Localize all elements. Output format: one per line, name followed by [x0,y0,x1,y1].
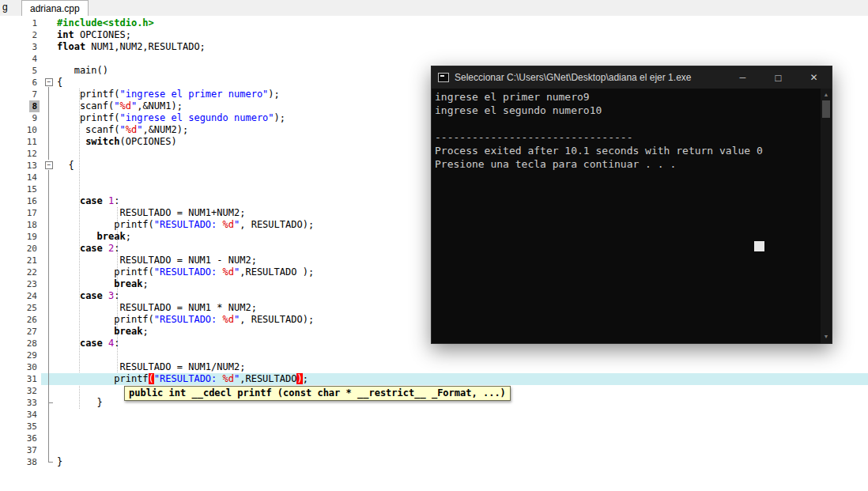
editor-row[interactable]: 38} [0,456,868,468]
code-token: : [114,195,119,206]
code-line: case 2: [57,243,868,255]
fold-margin [41,243,57,255]
fold-margin [41,183,57,195]
editor-row[interactable]: 25 RESULTADO = NUM1 * NUM2; [0,302,868,314]
fold-margin [41,41,57,53]
editor-row[interactable]: 17 RESULTADO = NUM1+NUM2; [0,207,868,219]
tab-adriana-cpp[interactable]: adriana.cpp [21,0,89,16]
editor-row[interactable]: 16 case 1: [0,195,868,207]
line-number: 19 [0,231,41,243]
line-number: 30 [0,361,41,373]
editor-row[interactable]: 5 main() [0,65,868,77]
code-token: : [114,243,119,254]
editor-row[interactable]: 20 case 2: [0,243,868,255]
code-token: "ingrese el segundo numero" [119,112,274,123]
editor-row[interactable]: 31 printf("RESULTADO: %d",RESULTADO); [0,373,868,385]
editor-row[interactable]: 12 [0,148,868,160]
code-token: printf( [57,112,119,123]
code-token: printf [57,373,149,384]
fold-toggle[interactable]: − [41,77,57,89]
code-token: "RESULTADO: [154,314,223,325]
editor-row[interactable]: 29 [0,349,868,361]
editor-row[interactable]: 15 [0,183,868,195]
fold-toggle[interactable]: − [41,160,57,172]
editor-row[interactable]: 14 [0,172,868,183]
editor-row[interactable]: 19 break; [0,231,868,243]
editor-row[interactable]: 6−{ [0,77,868,89]
editor-row[interactable]: 1#include<stdio.h> [0,17,868,29]
editor-row[interactable]: 11 switch(OPCIONES) [0,136,868,148]
fold-margin [41,444,57,456]
code-editor[interactable]: 1#include<stdio.h>2int OPCIONES;3float N… [0,16,868,491]
fold-margin [41,278,57,290]
code-token [103,338,108,349]
editor-row[interactable]: 22 printf("RESULTADO: %d",RESULTADO ); [0,266,868,278]
editor-row[interactable]: 10 scanf("%d",&NUM2); [0,124,868,136]
editor-row[interactable]: 4 [0,53,868,65]
editor-row[interactable]: 35 [0,421,868,432]
editor-row[interactable]: 28 case 4: [0,338,868,349]
line-number-text: 33 [25,397,40,409]
editor-row[interactable]: 7 printf("ingrese el primer numero"); [0,89,868,100]
line-number-text: 23 [25,278,40,290]
line-number: 3 [0,41,41,53]
editor-row[interactable]: 21 RESULTADO = NUM1 - NUM2; [0,255,868,266]
line-number: 12 [0,148,41,160]
code-token: " [119,124,125,135]
line-number: 21 [0,255,41,266]
code-token: (OPCIONES) [119,136,176,147]
editor-row[interactable]: 3float NUM1,NUM2,RESULTADO; [0,41,868,53]
code-token: "RESULTADO: [154,373,223,384]
fold-margin [41,89,57,100]
fold-margin [41,432,57,444]
line-number: 18 [0,219,41,231]
line-number-text: 4 [29,53,40,65]
editor-row[interactable]: 8 scanf("%d",&NUM1); [0,100,868,112]
editor-row[interactable]: 34 [0,409,868,421]
editor-row[interactable]: 30 RESULTADO = NUM1/NUM2; [0,361,868,373]
line-number: 6 [0,77,41,89]
code-token: %d [223,373,234,384]
editor-row[interactable]: 23 break; [0,278,868,290]
code-token: : [114,338,119,349]
code-token: switch [85,136,119,147]
code-token: ; [303,373,308,384]
editor-row[interactable]: 37 [0,444,868,456]
editor-row[interactable]: 24 case 3: [0,290,868,302]
line-number: 9 [0,112,41,124]
code-token [57,231,97,242]
code-token: , RESULTADO); [240,219,314,230]
corner-label: g [2,2,8,13]
editor-row[interactable]: 13− { [0,160,868,172]
editor-row[interactable]: 2int OPCIONES; [0,29,868,41]
fold-margin [41,231,57,243]
line-number-text: 26 [25,314,40,326]
editor-row[interactable]: 36 [0,432,868,444]
fold-margin [41,100,57,112]
line-number-text: 15 [25,183,40,195]
code-token: : [114,290,119,301]
code-token: , RESULTADO); [240,314,314,325]
code-token: %d [223,314,234,325]
editor-row[interactable]: 9 printf("ingrese el segundo numero"); [0,112,868,124]
line-number-text: 36 [25,432,40,444]
editor-row[interactable]: 26 printf("RESULTADO: %d", RESULTADO); [0,314,868,326]
code-line: { [57,77,868,89]
line-number: 23 [0,278,41,290]
line-number-text: 37 [25,444,40,456]
code-token [103,195,108,206]
editor-row[interactable]: 27 break; [0,326,868,338]
fold-margin [41,195,57,207]
editor-row[interactable]: 18 printf("RESULTADO: %d", RESULTADO); [0,219,868,231]
code-token: ,RESULTADO ); [240,266,314,278]
code-line: RESULTADO = NUM1/NUM2; [57,361,868,373]
code-token [103,290,108,301]
line-number-text: 12 [25,148,40,160]
fold-margin [41,326,57,338]
fold-margin [41,302,57,314]
code-token: break [114,278,142,289]
code-line [57,432,868,444]
line-number-text: 3 [29,41,40,53]
ide-screen: g adriana.cpp 1#include<stdio.h>2int OPC… [0,0,868,491]
code-token: printf( [57,89,119,100]
